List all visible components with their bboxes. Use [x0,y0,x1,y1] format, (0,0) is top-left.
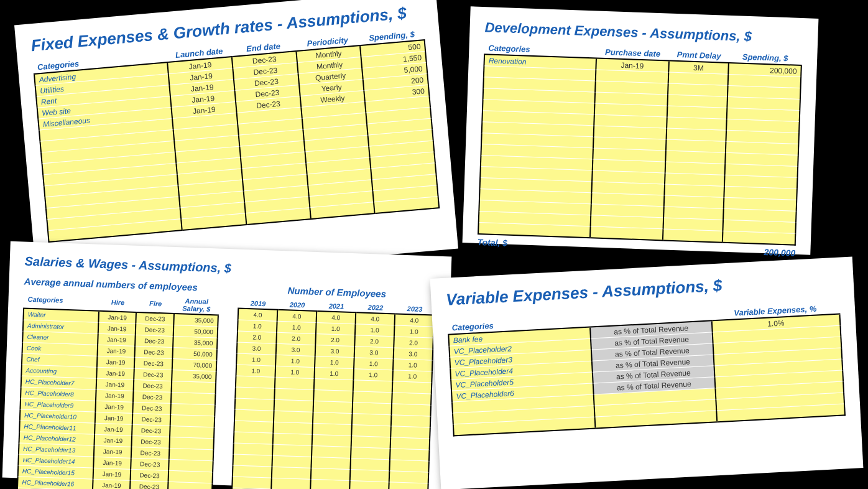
cell-hire: Jan-19 [93,457,131,469]
salaries-wages-table: Categories Hire Fire Annual Salary, $ Wa… [16,291,219,489]
cell-count [389,471,429,483]
cell-count: 3.0 [315,345,355,357]
cell-count: 2.0 [276,332,316,345]
cell-count: 4.0 [238,309,278,322]
cell-count: 4.0 [394,314,434,327]
cell-count: 2.0 [354,335,394,348]
cell-count: 3.0 [237,342,277,355]
cell-count: 4.0 [316,311,356,324]
cell-count [274,388,314,401]
cell-count: 1.0 [316,322,356,335]
cell-count [389,460,429,472]
cell-count [391,404,431,416]
fixed-expenses-card: Fixed Expenses & Growth rates - Assumpti… [14,0,458,286]
cell-count: 1.0 [238,320,277,332]
col-header-year: 2021 [316,300,356,312]
cell-count: 2.0 [315,333,355,346]
cell-salary [168,482,213,489]
col-header-year: 2022 [356,302,395,314]
cell-count [389,482,428,489]
cell-count: 4.0 [277,310,317,323]
cell-count: 1.0 [355,324,395,337]
cell-fire: Dec-23 [133,391,171,403]
cell-salary: 35,000 [173,314,218,327]
cell-count [236,376,275,388]
cell-hire: Jan-19 [98,333,136,346]
dev-total-label: Total, $ [477,237,507,248]
cell-count: 1.0 [275,366,315,378]
cell-count [314,378,354,391]
cell-count: 1.0 [354,358,394,370]
col-header-year: 2020 [277,299,317,311]
cell-count [353,380,393,393]
cell-count [234,432,274,444]
variable-expenses-card: Variable Expenses - Assumptions, $ Categ… [430,256,864,489]
cell-fire: Dec-23 [135,346,173,358]
cell-hire: Jan-19 [98,322,136,335]
cell-count [233,465,272,478]
cell-count: 1.0 [236,365,276,377]
cell-count: 1.0 [315,356,354,368]
cell-count: 1.0 [353,369,393,381]
col-header-year: 2023 [395,303,435,315]
cell-fire: Dec-23 [136,324,173,336]
cell-count: 3.0 [354,347,394,359]
cell-count [351,436,391,449]
development-expenses-title: Development Expenses - Assumptions, $ [484,19,803,47]
num-employees-table: 20192020202120222023 4.04.04.04.04.01.01… [230,298,435,489]
cell-hire: Jan-19 [95,423,132,435]
cell-count [234,409,274,422]
cell-count [275,377,315,389]
cell-count [273,433,313,445]
cell-count [390,437,430,450]
cell-count [392,381,432,394]
cell-hire: Jan-19 [97,345,135,357]
cell-count [311,457,351,469]
cell-count [391,415,431,427]
cell-count [311,468,351,480]
cell-count [234,421,274,433]
cell-count [235,387,275,399]
cell-fire: Dec-23 [132,413,170,426]
cell-count [310,479,350,489]
cell-count: 1.0 [393,359,433,371]
col-header-year: 2019 [238,298,278,310]
dev-total-value: 200,000 [764,247,795,258]
cell-count: 1.0 [277,321,316,333]
variable-expenses-title: Variable Expenses - Assumptions, $ [446,270,839,310]
cell-hire: Jan-19 [95,412,133,424]
cell-hire: Jan-19 [93,468,131,480]
salaries-wages-card: Salaries & Wages - Assumptions, $ Averag… [2,241,452,489]
cell-fire: Dec-23 [131,447,169,459]
cell-hire: Jan-19 [96,367,134,380]
col-header-hire: Hire [99,293,137,312]
cell-count [274,411,313,423]
cell-fire: Dec-23 [131,458,169,470]
cell-fire: Dec-23 [136,312,174,325]
cell-count [313,389,353,402]
cell-count: 3.0 [394,348,433,360]
cell-count [350,470,390,482]
cell-count [351,425,391,437]
cell-count [353,391,392,404]
cell-fire: Dec-23 [134,380,172,392]
cell-hire: Jan-19 [94,445,132,458]
cell-count [390,449,430,461]
cell-count [390,426,430,439]
cell-count: 1.0 [275,355,315,367]
cell-count [272,467,312,479]
col-header-fire: Fire [136,294,175,314]
cell-count [313,412,353,424]
cell-count [233,454,273,467]
cell-count [272,455,312,468]
cell-count [350,459,390,471]
cell-count: 2.0 [237,331,277,343]
cell-hire: Jan-19 [95,401,133,413]
cell-count [271,478,311,489]
cell-fire: Dec-23 [134,368,172,381]
cell-count [352,414,392,426]
cell-hire: Jan-19 [94,434,132,447]
cell-count [392,393,432,405]
variable-expenses-table: Categories Variable Expenses, % Bank fee… [447,302,846,437]
cell-count: 1.0 [392,370,432,383]
